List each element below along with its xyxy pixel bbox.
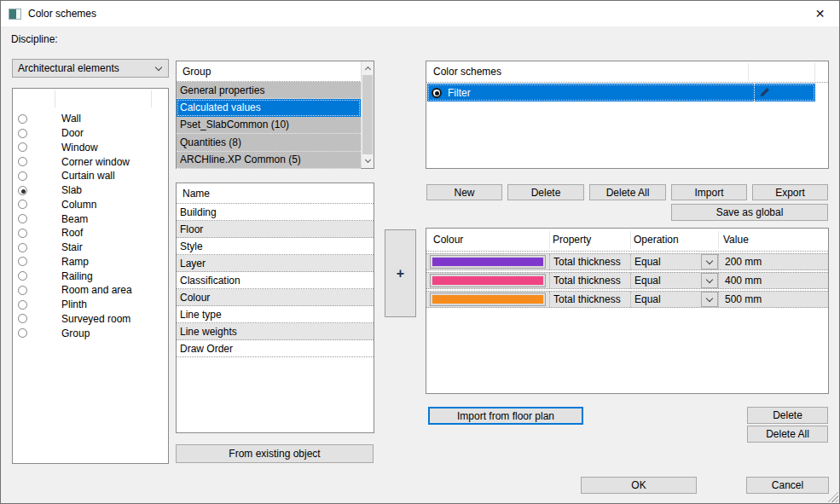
rule-row[interactable]: Total thickness Equal 500 mm	[426, 291, 828, 308]
property-cell[interactable]: Total thickness	[549, 273, 630, 288]
element-row-ramp[interactable]: Ramp	[13, 255, 168, 269]
element-row-roof[interactable]: Roof	[13, 226, 168, 240]
group-row[interactable]: General properties	[177, 82, 361, 99]
property-cell[interactable]: Total thickness	[549, 254, 630, 269]
element-row-surveyed-room[interactable]: Surveyed room	[13, 312, 168, 327]
element-label: Stair	[61, 241, 83, 253]
element-row-column[interactable]: Column	[13, 198, 168, 212]
radio-button[interactable]	[18, 142, 27, 152]
colour-swatch-button[interactable]	[430, 255, 546, 269]
radio-button[interactable]	[18, 314, 27, 323]
name-row[interactable]: Line weights	[177, 323, 374, 340]
group-row[interactable]: ARCHline.XP Common (5)	[177, 152, 361, 169]
radio-button[interactable]	[18, 257, 27, 266]
radio-button[interactable]	[18, 157, 27, 166]
chevron-down-icon	[706, 257, 713, 264]
element-row-beam[interactable]: Beam	[13, 211, 168, 226]
colour-swatch-button[interactable]	[430, 274, 546, 287]
property-cell[interactable]: Total thickness	[549, 292, 630, 307]
name-row[interactable]: Classification	[177, 272, 374, 289]
delete-all-rules-button[interactable]: Delete All	[747, 426, 828, 443]
operation-cell[interactable]: Equal	[630, 254, 718, 269]
name-row[interactable]: Draw Order	[177, 340, 374, 357]
element-row-slab[interactable]: Slab	[13, 183, 168, 198]
radio-button[interactable]	[18, 114, 27, 124]
name-row[interactable]: Style	[177, 238, 374, 255]
element-row-door[interactable]: Door	[13, 126, 168, 141]
element-row-corner-window[interactable]: Corner window	[13, 154, 168, 169]
scheme-row-filter[interactable]: Filter	[427, 84, 815, 101]
element-row-wall[interactable]: Wall	[13, 112, 168, 126]
operation-column-header: Operation	[634, 234, 679, 246]
group-rows: General properties Calculated values Pse…	[177, 82, 361, 169]
export-button[interactable]: Export	[752, 184, 828, 200]
radio-button[interactable]	[18, 129, 27, 138]
group-row[interactable]: Quantities (8)	[177, 134, 361, 151]
chevron-down-icon	[706, 275, 713, 282]
rule-row[interactable]: Total thickness Equal 400 mm	[426, 272, 828, 289]
add-rule-button[interactable]: +	[385, 229, 416, 317]
radio-button[interactable]	[18, 214, 27, 223]
value-cell[interactable]: 200 mm	[718, 254, 828, 269]
group-row-selected[interactable]: Calculated values	[177, 99, 361, 116]
element-label: Ramp	[61, 256, 89, 268]
radio-button[interactable]	[18, 328, 27, 338]
element-label: Column	[61, 199, 96, 211]
import-button[interactable]: Import	[671, 184, 747, 200]
group-scrollbar[interactable]	[361, 61, 374, 168]
name-row[interactable]: Colour	[177, 289, 374, 306]
element-row-window[interactable]: Window	[13, 141, 168, 155]
save-as-global-button[interactable]: Save as global	[671, 204, 828, 221]
colour-cell	[426, 292, 549, 307]
discipline-select[interactable]: Architectural elements	[12, 59, 169, 78]
group-row[interactable]: Pset_SlabCommon (10)	[177, 117, 361, 134]
radio-button-checked[interactable]	[18, 186, 27, 195]
operation-cell[interactable]: Equal	[630, 273, 718, 288]
scroll-up-icon[interactable]	[362, 61, 374, 75]
rule-row[interactable]: Total thickness Equal 200 mm	[426, 253, 828, 270]
radio-button[interactable]	[18, 300, 27, 310]
name-row[interactable]: Line type	[177, 306, 374, 323]
element-row-railing[interactable]: Railing	[13, 269, 168, 283]
radio-button[interactable]	[18, 200, 27, 209]
from-existing-object-button[interactable]: From existing object	[176, 444, 374, 463]
delete-scheme-button[interactable]: Delete	[507, 184, 584, 200]
colour-swatch-button[interactable]	[430, 293, 546, 306]
scrollbar-thumb[interactable]	[362, 75, 373, 154]
color-schemes-header: Color schemes	[426, 61, 828, 83]
ok-button[interactable]: OK	[581, 477, 697, 494]
radio-button[interactable]	[18, 243, 27, 252]
close-icon[interactable]: ✕	[801, 1, 839, 26]
operation-dropdown-button[interactable]	[701, 292, 718, 307]
value-cell[interactable]: 500 mm	[718, 292, 828, 307]
import-from-floor-plan-button[interactable]: Import from floor plan	[428, 407, 583, 425]
titlebar: Color schemes ✕	[1, 1, 839, 26]
name-row[interactable]: Layer	[177, 255, 374, 272]
name-row[interactable]: Floor	[177, 221, 374, 238]
element-row-stair[interactable]: Stair	[13, 240, 168, 255]
value-cell[interactable]: 400 mm	[718, 273, 828, 288]
operation-dropdown-button[interactable]	[701, 254, 718, 269]
name-row[interactable]: Building	[177, 204, 374, 221]
element-list-header	[13, 89, 168, 109]
operation-cell[interactable]: Equal	[630, 292, 718, 307]
radio-button[interactable]	[18, 286, 27, 295]
radio-button[interactable]	[18, 271, 27, 281]
radio-button[interactable]	[18, 229, 27, 238]
delete-all-schemes-button[interactable]: Delete All	[589, 184, 666, 200]
operation-dropdown-button[interactable]	[701, 273, 718, 288]
color-schemes-dialog: Color schemes ✕ Discipline: Architectura…	[0, 0, 840, 504]
element-row-group[interactable]: Group	[13, 326, 168, 340]
delete-rule-button[interactable]: Delete	[747, 407, 828, 424]
edit-pencil-icon[interactable]	[759, 87, 815, 98]
discipline-label: Discipline:	[11, 33, 58, 45]
color-schemes-list: Color schemes Filter	[426, 61, 829, 169]
radio-button[interactable]	[18, 171, 27, 181]
scroll-down-icon[interactable]	[362, 154, 374, 168]
cancel-button[interactable]: Cancel	[746, 477, 829, 494]
radio-button-checked[interactable]	[432, 88, 442, 98]
element-row-room-and-area[interactable]: Room and area	[13, 283, 168, 298]
element-row-plinth[interactable]: Plinth	[13, 298, 168, 312]
new-button[interactable]: New	[426, 184, 502, 200]
element-row-curtain-wall[interactable]: Curtain wall	[13, 169, 168, 183]
